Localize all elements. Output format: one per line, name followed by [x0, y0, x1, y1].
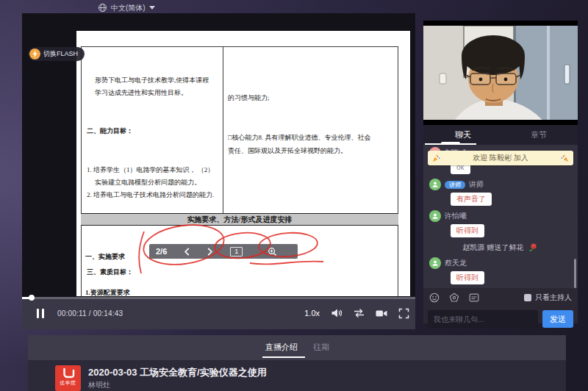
switch-flash-button[interactable]: 切换FLASH: [28, 47, 85, 61]
user-avatar: [429, 257, 441, 269]
doc-section-header: 实施要求、方法/形式及进度安排: [81, 213, 398, 226]
chat-input-row: 发送: [423, 310, 578, 328]
playback-speed-button[interactable]: 1.0x: [304, 309, 320, 318]
chat-bubble: 有声音了: [451, 193, 492, 206]
chat-panel: 聊天 章节 刘晓成 ok 欢迎 陈毅彬 加入: [423, 125, 578, 323]
fullscreen-icon[interactable]: [398, 308, 409, 319]
tab-past-sessions[interactable]: 往期: [313, 342, 329, 353]
progress-handle[interactable]: [29, 295, 35, 301]
time-current: 00:00:11: [57, 309, 87, 318]
table-border: [81, 46, 82, 296]
doc-heading: 1.资源配置要求: [85, 287, 401, 296]
presenter-webcam: [423, 21, 578, 125]
only-host-label: 只看主持人: [535, 293, 572, 303]
doc-paragraph: 的习惯与能力;: [228, 91, 395, 104]
camera-icon[interactable]: [376, 309, 387, 318]
next-page-button[interactable]: [207, 247, 214, 257]
chat-messages: 刘晓成 ok 欢迎 陈毅彬 加入 讲师 讲师 有声音了: [423, 145, 578, 288]
globe-icon: [98, 3, 107, 12]
document-slide: 形势下电工与电子技术教学,使得本课程 学习达成先进性和实用性目标。 二、能力目标…: [76, 31, 410, 296]
bottom-tab-strip: 直播介绍 往期: [28, 335, 566, 360]
party-popper-icon: [432, 154, 440, 162]
chevron-down-icon: [149, 6, 155, 10]
time-display: 00:00:11 / 00:14:43: [57, 309, 123, 318]
chat-scrollbar[interactable]: [574, 259, 576, 288]
active-tab-underline: [262, 356, 305, 358]
logo-text: 优学院: [60, 380, 76, 387]
checkbox-icon[interactable]: [524, 294, 531, 301]
doc-right-column: 的习惯与能力; □核心能力8. 具有理解职业道德、专业伦理、社会 责任、国际观以…: [228, 65, 395, 184]
app-root: 中文(简体) 形势下电工与电子技术教学,使得本课程 学习达成先进性和实用性目标。…: [0, 0, 588, 391]
video-player: 形势下电工与电子技术教学,使得本课程 学习达成先进性和实用性目标。 二、能力目标…: [22, 13, 415, 329]
doc-body: 一、实施要求 1.资源配置要求 实验室须具备电源供应器、信号发生器、万用数字表、…: [85, 226, 401, 296]
flash-icon: [29, 49, 40, 60]
party-popper-icon: [561, 154, 569, 162]
welcome-banner: 欢迎 陈毅彬 加入: [428, 151, 573, 165]
logo-glyph: [62, 367, 75, 379]
chat-bubble: 听得到: [451, 271, 484, 284]
page-input[interactable]: [230, 247, 243, 257]
user-name: 讲师: [469, 179, 484, 190]
gift-text: 赵凯源 赠送了鲜花: [463, 243, 524, 253]
user-avatar: [429, 179, 441, 190]
page-indicator: 2/6: [156, 247, 167, 256]
chat-input[interactable]: [428, 310, 538, 328]
pause-button[interactable]: [37, 309, 44, 318]
gift-icon[interactable]: [449, 293, 459, 303]
volume-icon[interactable]: [331, 308, 343, 318]
doc-pager: 2/6: [149, 244, 298, 259]
chat-toolbar: 只看主持人: [423, 291, 578, 304]
chat-message-header: 蔡天龙: [429, 257, 572, 269]
user-name: 蔡天龙: [445, 258, 467, 268]
course-title: 2020-03-03 工场安全教育/实验仪器之使用: [88, 366, 267, 379]
table-divider: [223, 46, 223, 213]
chat-bubble: 听得到: [451, 224, 484, 237]
doc-paragraph: □核心能力8. 具有理解职业道德、专业伦理、社会 责任、国际观以及开拓全球视野的…: [228, 131, 395, 157]
flower-icon: [528, 243, 538, 253]
switch-line-icon[interactable]: [354, 308, 365, 318]
language-selector[interactable]: 中文(简体): [98, 2, 155, 13]
tab-chapters[interactable]: 章节: [531, 129, 547, 140]
chat-message-header: 讲师 讲师: [429, 179, 572, 190]
image-icon[interactable]: [469, 293, 479, 303]
language-label: 中文(简体): [111, 3, 146, 13]
presenter-video: [423, 21, 578, 125]
user-avatar: [429, 210, 441, 222]
gift-message: 赵凯源 赠送了鲜花: [429, 242, 572, 254]
only-host-toggle[interactable]: 只看主持人: [524, 293, 572, 303]
lecturer-badge: 讲师: [445, 181, 465, 189]
doc-paragraph: 1. 培养学生（1）电路学的基本知识， （2） 实验建立电路模型分析问题的能力。…: [87, 164, 221, 202]
zoom-in-icon[interactable]: [268, 247, 277, 257]
tab-live-intro[interactable]: 直播介绍: [265, 342, 298, 353]
time-total: 00:14:43: [93, 309, 123, 318]
presenter-name: 林明灶: [88, 380, 110, 390]
player-controls: 00:00:11 / 00:14:43 1.0x: [22, 297, 415, 329]
table-border: [81, 46, 398, 47]
chat-tab-bar: 聊天 章节: [423, 125, 578, 145]
user-name: 许怡曦: [445, 211, 467, 221]
emoji-icon[interactable]: [429, 293, 440, 303]
doc-paragraph: 形势下电工与电子技术教学,使得本课程 学习达成先进性和实用性目标。: [87, 74, 221, 100]
switch-flash-label: 切换FLASH: [43, 49, 78, 59]
send-button[interactable]: 发送: [542, 310, 573, 328]
doc-heading: 二、能力目标：: [87, 125, 221, 137]
welcome-text: 欢迎 陈毅彬 加入: [473, 153, 528, 163]
uxueyuan-logo: 优学院: [55, 365, 81, 391]
course-info-bar: 优学院 2020-03-03 工场安全教育/实验仪器之使用 林明灶: [28, 360, 566, 391]
prev-page-button[interactable]: [183, 247, 190, 257]
chat-message-header: 许怡曦: [429, 210, 572, 222]
tab-chat[interactable]: 聊天: [455, 129, 471, 140]
